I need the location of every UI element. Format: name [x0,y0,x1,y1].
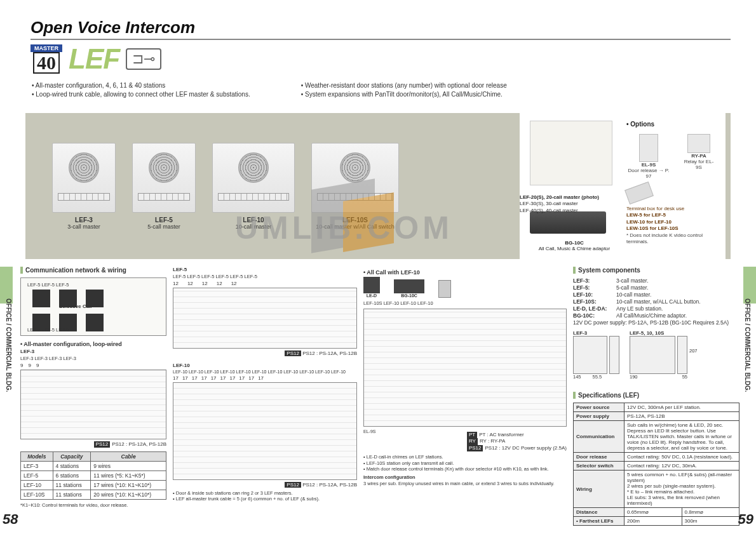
option-terminal-box [626,185,715,201]
models-footnote: *K1~K10: Control terminals for video, do… [20,502,166,508]
feature-item: All-master configuration, 4, 6, 11 & 40 … [32,81,250,90]
diagram-selective-call: LEF-5 LEF-5 LEF-5 Selective Call LEF-5 L… [20,277,166,336]
intercom-note: Intercom configuration 3 wires per sub. … [363,474,567,486]
option-rypa: RY-PA Relay for EL-9S [682,134,715,179]
features-col1: All-master configuration, 4, 6, 11 & 40 … [32,81,250,98]
feature-item: Loop-wired trunk cable, allowing to conn… [32,90,250,99]
led-notes: • LE-D call-in chimes on LEF stations. •… [363,454,567,472]
option-el9s: EL-9S Door release → P. 97 [626,134,671,179]
diagram-allmaster-title: • All-master configuration, loop-wired [20,341,166,347]
spec-table: Power source12V DC, 300mA per LEF statio… [573,403,739,526]
large-master-labels: LEF-20(S), 20-call master (photo) LEF-30… [520,194,599,214]
series-logo: LEF [69,43,119,75]
col-comm-network: Communication network & wiring LEF-5 LEF… [20,267,166,526]
diagram-lef5-wiring [173,288,357,349]
dimension-diagrams: LEF-3 14555.5 LEF-5, 10, 10S 19055 207 [573,330,739,385]
col-allcall: • All Call with LEF-10 LE-D BG-10C LEF-1… [363,267,567,526]
section-spec-heading: Specifications (LEF) [573,392,739,399]
diagram-lef3-wiring [20,370,166,439]
features-col2: Weather-resistant door stations (any num… [301,81,507,98]
feature-item: Weather-resistant door stations (any num… [301,81,507,90]
side-label-right: OFFICE / COMMERCIAL BLDG. [744,298,751,392]
large-master-image [530,121,612,185]
legend: PTPT : AC transformer RYRY : RY-PA PS12P… [467,432,567,451]
bg10c-image [530,211,606,234]
handset-icon: ⊐⊸ [126,48,161,70]
bg10c-label: BG-10CAll Call, Music & Chime adaptor [530,240,619,251]
product-lef10: LEF-10 10-call master [212,143,295,230]
diagram-lef10-wiring [173,382,357,480]
page-number-left: 58 [3,511,18,528]
terminal-note: Terminal box for desk use LEW-5 for LEF-… [626,206,715,245]
section-syscomp-heading: System components [573,267,739,274]
door-note: • Door & inside sub stations can ring 2 … [173,490,357,502]
page-number-right: 59 [738,511,753,528]
options-title: • Options [626,121,715,128]
col-lef5-lef10: LEF-5 LEF-5 LEF-5 LEF-5 LEF-5 LEF-5 LEF-… [173,267,357,526]
feature-item: System expansions with PanTilt door/moni… [301,90,507,99]
page-title: Open Voice Intercom [30,18,731,40]
section-comm-heading: Communication network & wiring [20,267,166,274]
master-number: 40 [33,52,60,74]
product-lef3: LEF-3 3-call master [52,143,116,230]
watermark-logo [311,171,400,260]
system-components-list: LEF-3:3-call master. LEF-5:5-call master… [573,277,739,326]
col-system-spec: System components LEF-3:3-call master. L… [573,267,739,526]
diagram-allcall-wiring [363,309,567,427]
models-table: ModelsCapacityCable LEF-34 stations9 wir… [20,451,166,500]
product-lef5: LEF-5 5-call master [132,143,196,230]
side-label-left: OFFICE / COMMERCIAL BLDG. [5,298,12,392]
master-label: MASTER [30,44,62,52]
master-badge: MASTER 40 [30,44,62,74]
